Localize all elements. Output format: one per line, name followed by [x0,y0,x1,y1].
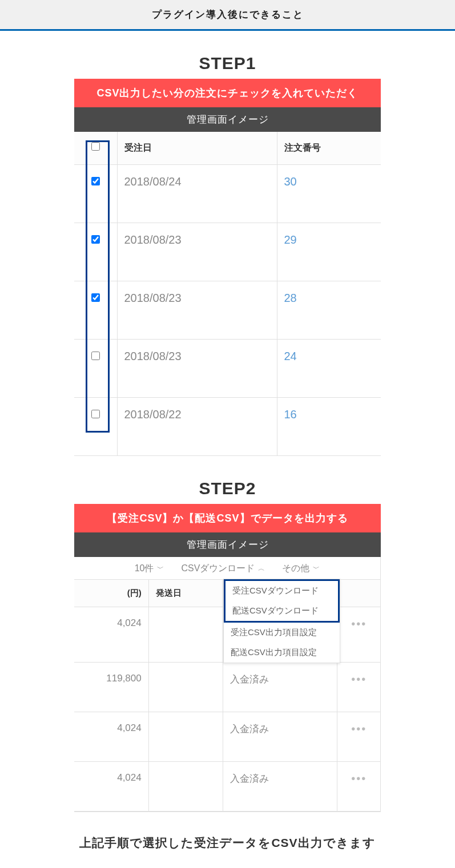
header-ordernum: 注文番号 [277,132,381,165]
order-date: 2018/08/23 [117,340,277,398]
other-label: その他 [282,563,309,575]
row-checkbox[interactable] [91,235,100,244]
step1-title: STEP1 [74,54,381,73]
header-actions [337,580,380,607]
step2-caption: 管理画面イメージ [74,532,381,557]
toolbar: 10件 ﹀ CSVダウンロード ︿ その他 ﹀ 受注CSVダウンロード 配送CS… [74,557,380,580]
status-cell: 入金済み [223,663,337,712]
header-shipdate: 発送日 [148,580,223,607]
order-date: 2018/08/23 [117,281,277,340]
header-checkbox-cell [74,132,117,165]
row-checkbox[interactable] [91,410,100,418]
other-dropdown[interactable]: その他 ﹀ [282,563,320,575]
more-actions-icon[interactable]: ••• [337,663,380,712]
order-date: 2018/08/22 [117,398,277,456]
row-checkbox[interactable] [91,293,100,302]
table-row: 4,024 入金済み ••• [74,712,380,762]
order-date: 2018/08/24 [117,165,277,223]
chevron-down-icon: ﹀ [157,564,164,574]
order-link[interactable]: 24 [284,350,297,362]
csv-download-highlight: 受注CSVダウンロード 配送CSVダウンロード [224,579,340,623]
csv-download-dropdown[interactable]: CSVダウンロード ︿ [181,563,265,575]
dropdown-option-ship-csv-download[interactable]: 配送CSVダウンロード [226,601,338,621]
shipdate-cell [148,607,223,663]
header-date: 受注日 [117,132,277,165]
table-row: 2018/08/23 28 [74,281,381,340]
csv-label: CSVダウンロード [181,563,255,575]
shipdate-cell [148,712,223,762]
table-row: 2018/08/24 30 [74,165,381,223]
more-actions-icon[interactable]: ••• [337,712,380,762]
more-actions-icon[interactable]: ••• [337,762,380,812]
status-cell: 入金済み [223,712,337,762]
more-actions-icon[interactable]: ••• [337,607,380,663]
select-all-checkbox[interactable] [91,142,100,151]
step1-instruction: CSV出力したい分の注文にチェックを入れていただく [74,79,381,107]
amount-cell: 4,024 [74,607,148,663]
perpage-label: 10件 [135,563,154,575]
amount-cell: 4,024 [74,712,148,762]
table-row: 119,800 入金済み ••• [74,663,380,712]
row-checkbox[interactable] [91,177,100,185]
amount-cell: 4,024 [74,762,148,812]
orders-table: 受注日 注文番号 2018/08/24 30 2018/08/23 29 20 [74,132,381,456]
dropdown-option-ship-csv-settings[interactable]: 配送CSV出力項目設定 [224,643,340,663]
top-banner: プラグイン導入後にできること [0,0,455,31]
order-link[interactable]: 16 [284,408,297,421]
chevron-down-icon: ﹀ [313,564,320,574]
table-row: 2018/08/23 24 [74,340,381,398]
shipdate-cell [148,663,223,712]
order-date: 2018/08/23 [117,223,277,281]
dropdown-option-order-csv-settings[interactable]: 受注CSV出力項目設定 [224,623,340,643]
shipdate-cell [148,762,223,812]
order-link[interactable]: 28 [284,292,297,304]
table-row: 4,024 入金済み ••• [74,762,380,812]
amount-cell: 119,800 [74,663,148,712]
dropdown-option-order-csv-download[interactable]: 受注CSVダウンロード [226,581,338,601]
step2-title: STEP2 [74,479,381,498]
csv-dropdown-menu: 受注CSVダウンロード 配送CSVダウンロード 受注CSV出力項目設定 配送CS… [223,579,340,663]
order-link[interactable]: 30 [284,175,297,188]
header-amount: (円) [74,580,148,607]
summary-note: 上記手順で選択した受注データをCSV出力できます [74,835,381,851]
step1-caption: 管理画面イメージ [74,107,381,132]
order-link[interactable]: 29 [284,233,297,246]
chevron-up-icon: ︿ [258,564,265,574]
row-checkbox[interactable] [91,352,100,360]
status-cell: 入金済み [223,762,337,812]
table-row: 2018/08/22 16 [74,398,381,456]
step2-instruction: 【受注CSV】か【配送CSV】でデータを出力する [74,504,381,532]
perpage-dropdown[interactable]: 10件 ﹀ [135,563,164,575]
table-row: 2018/08/23 29 [74,223,381,281]
